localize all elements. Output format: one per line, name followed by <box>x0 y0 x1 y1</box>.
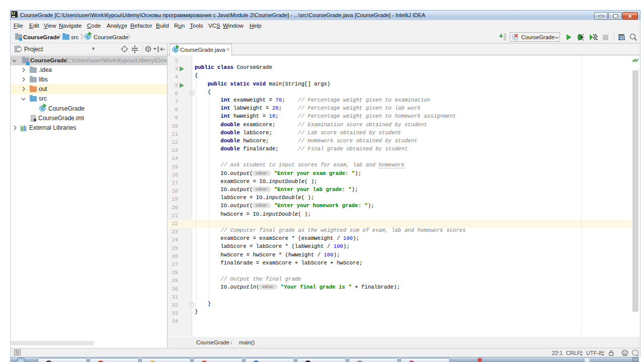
svg-text:01: 01 <box>504 38 507 41</box>
